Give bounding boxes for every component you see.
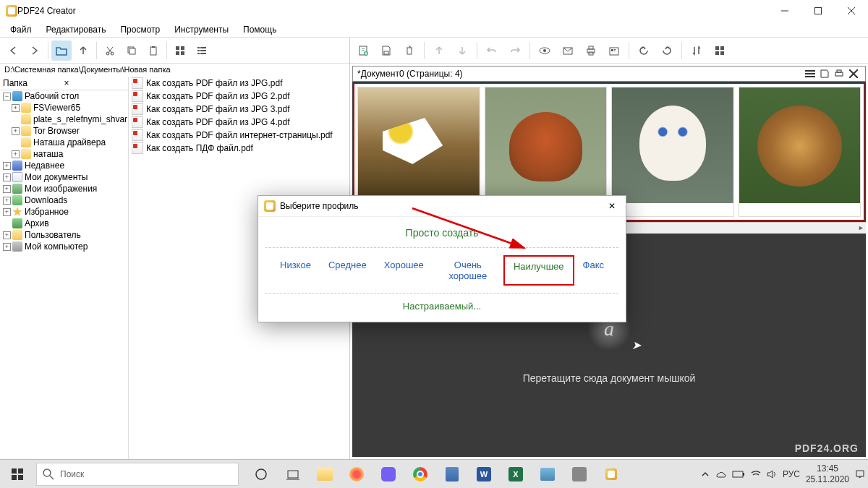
expand-icon[interactable]: + (3, 162, 11, 170)
expand-icon[interactable]: + (3, 185, 11, 193)
tray-onedrive-icon[interactable] (715, 470, 726, 479)
move-up-button[interactable] (429, 40, 449, 61)
tree-natasha2[interactable]: наташа (33, 149, 63, 159)
taskview-button[interactable] (246, 460, 276, 489)
copy-button[interactable] (122, 40, 142, 61)
taskbar-app[interactable] (532, 460, 563, 489)
dialog-close-button[interactable]: ✕ (604, 201, 620, 211)
quality-medium[interactable]: Среднее (320, 255, 375, 286)
taskbar-calculator[interactable] (437, 460, 467, 489)
just-create-button[interactable]: Просто создать (265, 224, 618, 248)
menu-file[interactable]: Файл (3, 23, 39, 36)
tray-volume-icon[interactable] (767, 470, 777, 479)
menu-tools[interactable]: Инструменты (167, 23, 236, 36)
expand-icon[interactable]: + (12, 150, 20, 158)
grid-view-button[interactable] (170, 40, 190, 61)
file-item[interactable]: Как создать PDF файл из JPG 3.pdf (129, 103, 349, 116)
tree-tor[interactable]: Tor Browser (33, 126, 80, 136)
taskbar-app[interactable] (278, 460, 308, 489)
folder-button[interactable] (51, 40, 72, 61)
maximize-button[interactable] (801, 0, 835, 22)
up-button[interactable] (73, 40, 93, 61)
expand-icon[interactable]: + (3, 197, 11, 205)
doc-save-icon[interactable] (817, 67, 832, 81)
print-button[interactable] (581, 40, 601, 61)
quality-fax[interactable]: Факс (574, 255, 613, 286)
doc-menu-icon[interactable] (803, 67, 817, 81)
tray-clock[interactable]: 13:45 25.11.2020 (806, 463, 849, 484)
file-item[interactable]: Как создать ПДФ файл.pdf (129, 142, 349, 155)
expand-icon[interactable]: + (3, 174, 11, 181)
cut-button[interactable] (100, 40, 120, 61)
taskbar-app[interactable] (564, 460, 595, 489)
preview-button[interactable] (535, 40, 555, 61)
redo-button[interactable] (505, 40, 525, 61)
paste-button[interactable] (143, 40, 163, 61)
tree-downloads[interactable]: Downloads (25, 195, 67, 205)
back-button[interactable] (3, 40, 23, 61)
list-view-button[interactable] (192, 40, 212, 61)
file-item[interactable]: Как создать PDF файл из JPG.pdf (129, 77, 349, 90)
expand-icon[interactable]: + (3, 231, 11, 239)
grid-button[interactable] (710, 40, 730, 61)
tree-desktop[interactable]: Рабочий стол (25, 91, 79, 101)
doc-print-icon[interactable] (832, 67, 846, 81)
expand-icon[interactable]: − (3, 93, 11, 100)
tree-user[interactable]: Пользователь (25, 230, 81, 240)
expand-icon[interactable]: + (12, 127, 20, 135)
tree-fsviewer[interactable]: FSViewer65 (33, 103, 80, 113)
forward-button[interactable] (25, 40, 45, 61)
doc-close-icon[interactable] (846, 67, 861, 81)
tree-fav[interactable]: Избранное (25, 207, 69, 217)
tree-recent[interactable]: Недавнее (25, 160, 64, 171)
new-doc-button[interactable] (353, 40, 373, 61)
tray-wifi-icon[interactable] (751, 470, 761, 479)
minimize-button[interactable] (768, 0, 801, 22)
tray-battery-icon[interactable] (732, 471, 745, 478)
sort-button[interactable] (686, 40, 707, 61)
save-button[interactable] (376, 40, 396, 61)
taskbar-app[interactable] (341, 460, 372, 489)
file-item[interactable]: Как создать PDF файл из JPG 2.pdf (129, 90, 349, 103)
page-thumbnail[interactable] (611, 87, 734, 217)
menu-edit[interactable]: Редактировать (39, 23, 114, 36)
email-button[interactable] (558, 40, 578, 61)
taskbar-excel[interactable]: X (501, 460, 531, 489)
undo-button[interactable] (482, 40, 502, 61)
expand-icon[interactable]: + (3, 243, 11, 251)
quality-best[interactable]: Наилучшее (503, 255, 574, 286)
rotate-right-button[interactable] (657, 40, 677, 61)
tree-myimg[interactable]: Мои изображения (25, 184, 97, 194)
tree-natasha[interactable]: Наташа драйвера (33, 137, 106, 147)
search-box[interactable]: Поиск (36, 463, 239, 486)
file-item[interactable]: Как создать PDF файл интернет-страницы.p… (129, 129, 349, 142)
file-item[interactable]: Как создать PDF файл из JPG 4.pdf (129, 116, 349, 129)
menu-view[interactable]: Просмотр (113, 23, 167, 36)
tree-plate[interactable]: plate_s_relefnymi_shvar (33, 114, 127, 124)
expand-icon[interactable]: + (12, 104, 20, 112)
start-button[interactable] (0, 460, 35, 489)
delete-button[interactable] (399, 40, 420, 61)
quality-good[interactable]: Хорошее (375, 255, 433, 286)
close-button[interactable] (835, 0, 868, 22)
menu-help[interactable]: Помощь (236, 23, 284, 36)
rotate-left-button[interactable] (634, 40, 654, 61)
tree-close-icon[interactable]: × (61, 78, 126, 88)
taskbar-viber[interactable] (373, 460, 404, 489)
tree-mycomp[interactable]: Мой компьютер (25, 241, 88, 252)
move-down-button[interactable] (452, 40, 472, 61)
taskbar-chrome[interactable] (405, 460, 435, 489)
tray-notifications-icon[interactable] (855, 469, 865, 479)
page-thumbnail[interactable] (739, 87, 861, 217)
taskbar-pdf24[interactable] (596, 460, 626, 489)
tree-archive[interactable]: Архив (25, 218, 49, 228)
quality-very-good[interactable]: Очень хорошее (433, 255, 503, 286)
quality-low[interactable]: Низкое (271, 255, 320, 286)
expand-icon[interactable]: + (3, 208, 11, 216)
fax-button[interactable] (604, 40, 624, 61)
custom-profile-button[interactable]: Настраиваемый... (258, 294, 626, 314)
tray-language[interactable]: РУС (783, 469, 800, 479)
taskbar-explorer[interactable] (310, 460, 340, 489)
tree-mydocs[interactable]: Мои документы (25, 172, 88, 182)
tray-chevron-icon[interactable] (702, 471, 709, 478)
